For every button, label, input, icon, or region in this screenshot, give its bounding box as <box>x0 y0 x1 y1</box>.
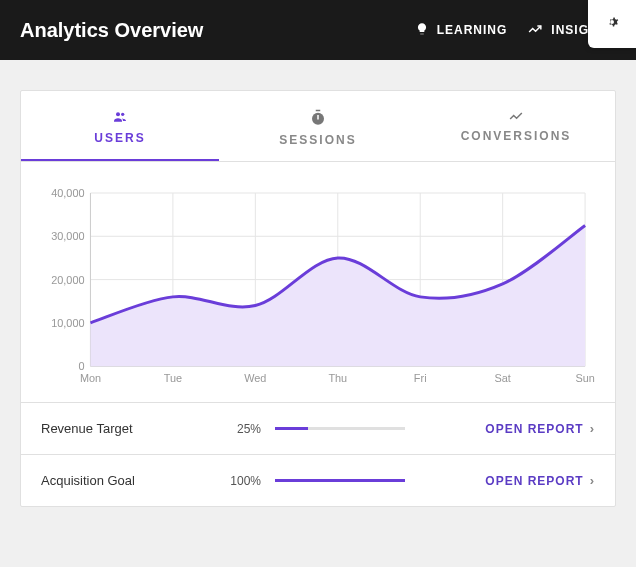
svg-text:Fri: Fri <box>414 372 427 384</box>
svg-point-1 <box>121 113 124 116</box>
metric-tabs: USERS SESSIONS CONVERSIONS <box>21 91 615 162</box>
svg-text:40,000: 40,000 <box>51 187 84 199</box>
svg-text:Mon: Mon <box>80 372 101 384</box>
nav-learning-label: LEARNING <box>437 23 508 37</box>
tab-conversions-label: CONVERSIONS <box>417 129 615 143</box>
svg-text:Thu: Thu <box>328 372 347 384</box>
kpi-percent: 100% <box>221 474 261 488</box>
open-report-link[interactable]: OPEN REPORT › <box>485 421 595 436</box>
line-chart: 010,00020,00030,00040,000MonTueWedThuFri… <box>41 182 595 392</box>
users-icon <box>21 109 219 125</box>
tab-conversions[interactable]: CONVERSIONS <box>417 91 615 161</box>
analytics-card: USERS SESSIONS CONVERSIONS 010,00020,000… <box>20 90 616 507</box>
progress-bar <box>275 427 405 430</box>
page-title: Analytics Overview <box>20 19 203 42</box>
kpi-list: Revenue Target25%OPEN REPORT ›Acquisitio… <box>21 402 615 506</box>
kpi-row: Acquisition Goal100%OPEN REPORT › <box>21 454 615 506</box>
svg-point-0 <box>116 112 120 116</box>
trending-icon <box>527 22 543 39</box>
svg-text:30,000: 30,000 <box>51 230 84 242</box>
app-header: Analytics Overview LEARNING INSIGHTS <box>0 0 636 60</box>
svg-rect-2 <box>316 110 321 112</box>
svg-text:20,000: 20,000 <box>51 274 84 286</box>
chevron-right-icon: › <box>590 421 595 436</box>
svg-text:Wed: Wed <box>244 372 266 384</box>
chart-container: 010,00020,00030,00040,000MonTueWedThuFri… <box>21 162 615 402</box>
nav-learning[interactable]: LEARNING <box>415 22 508 39</box>
kpi-label: Revenue Target <box>41 421 221 436</box>
progress-bar <box>275 479 405 482</box>
svg-text:Sun: Sun <box>575 372 594 384</box>
tab-users[interactable]: USERS <box>21 91 219 161</box>
gear-icon <box>604 14 620 34</box>
chart-line-icon <box>417 109 615 123</box>
settings-button[interactable] <box>588 0 636 48</box>
open-report-link[interactable]: OPEN REPORT › <box>485 473 595 488</box>
svg-text:10,000: 10,000 <box>51 317 84 329</box>
kpi-percent: 25% <box>221 422 261 436</box>
tab-sessions-label: SESSIONS <box>219 133 417 147</box>
tab-sessions[interactable]: SESSIONS <box>219 91 417 161</box>
kpi-label: Acquisition Goal <box>41 473 221 488</box>
svg-text:Sat: Sat <box>495 372 511 384</box>
kpi-row: Revenue Target25%OPEN REPORT › <box>21 402 615 454</box>
stopwatch-icon <box>219 109 417 127</box>
svg-text:0: 0 <box>78 360 84 372</box>
svg-rect-4 <box>317 115 319 120</box>
svg-text:Tue: Tue <box>164 372 182 384</box>
header-nav: LEARNING INSIGHTS <box>415 22 616 39</box>
lightbulb-icon <box>415 22 429 39</box>
chevron-right-icon: › <box>590 473 595 488</box>
tab-users-label: USERS <box>21 131 219 145</box>
